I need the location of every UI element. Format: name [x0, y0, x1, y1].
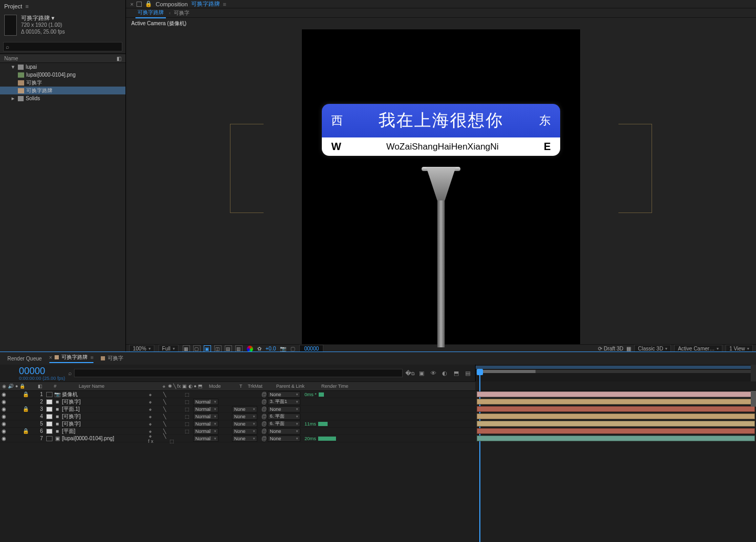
layer-switches[interactable]: 🜨 ╲ ⬚ [146, 407, 193, 412]
trkmat-select[interactable]: None▾ [232, 435, 257, 442]
col-parent[interactable]: Parent & Link [276, 384, 321, 389]
blend-mode-select[interactable]: Normal▾ [193, 428, 218, 434]
layer-duration-bar[interactable] [477, 428, 755, 434]
visibility-toggle[interactable]: ◉ [0, 435, 7, 441]
snapshot-icon[interactable]: 📷 [280, 346, 286, 352]
pickwhip-icon[interactable]: @ [260, 406, 268, 412]
timeline-search-input[interactable] [74, 369, 403, 377]
visibility-toggle[interactable]: ◉ [0, 421, 7, 427]
3d-ground-icon[interactable]: ▦ [626, 346, 631, 352]
item-comp1[interactable]: 可换字 [0, 79, 125, 87]
graph-editor-icon[interactable]: ▤ [464, 369, 472, 377]
work-area[interactable] [476, 366, 756, 369]
lock-icon[interactable]: 🔒 [145, 1, 152, 7]
visibility-toggle[interactable]: ◉ [0, 406, 7, 412]
layer-row[interactable]: ◉5■[可换字]🜨 ╲ ⬚Normal▾None▾@6. 平面▾11ms [0, 420, 475, 428]
current-time[interactable]: 00000 [19, 366, 65, 377]
layer-row[interactable]: ◉7▣[lupai[0000-0104].png]🜨 ╲ fx ⬚Normal▾… [0, 435, 475, 442]
layer-duration-bar[interactable] [477, 413, 755, 419]
tab-comp-sub[interactable]: 可换字 [101, 355, 123, 362]
layer-row[interactable]: ◉4■[可换字]🜨 ╲ ⬚Normal▾None▾@6. 平面▾ [0, 413, 475, 420]
tab-comp-main[interactable]: ×可换字路牌≡ [49, 354, 94, 363]
label-icon[interactable]: ◧ [117, 56, 121, 61]
trkmat-select[interactable]: None▾ [232, 428, 257, 434]
label-col-icon[interactable]: ◧ [38, 384, 50, 389]
item-sequence[interactable]: lupai[0000-0104].png [0, 71, 125, 79]
blend-mode-select[interactable]: Normal▾ [193, 421, 218, 427]
visibility-toggle[interactable]: ◉ [0, 428, 7, 434]
layer-duration-bar[interactable] [477, 421, 755, 427]
comp-mini-flowchart-icon[interactable]: �םּ [406, 369, 414, 377]
blend-mode-select[interactable]: Normal▾ [193, 413, 218, 420]
tab-comp-name[interactable]: 可换字路牌 [191, 0, 220, 8]
pickwhip-icon[interactable]: @ [260, 421, 268, 427]
solo-col-icon[interactable]: ● [15, 384, 18, 389]
layer-row[interactable]: ◉🔒1📷摄像机🜨 ╲ ⬚@None▾0ms * [0, 391, 475, 398]
show-snapshot-icon[interactable]: ▢ [290, 346, 295, 352]
layer-name[interactable]: [可换字] [62, 398, 146, 406]
layer-row[interactable]: ◉2■[可换字]🜨 ╲ ⬚Normal▾@3. 平面1▾ [0, 398, 475, 406]
blend-mode-select[interactable]: Normal▾ [193, 406, 218, 412]
project-search-input[interactable] [9, 42, 120, 51]
parent-select[interactable]: None▾ [268, 406, 300, 412]
folder-lupai[interactable]: ▾lupai [0, 63, 125, 71]
layer-name[interactable]: [lupai[0000-0104].png] [62, 435, 146, 441]
parent-select[interactable]: 6. 平面▾ [268, 421, 300, 427]
parent-select[interactable]: None▾ [268, 435, 300, 442]
exposure-reset-icon[interactable]: ✿ [257, 346, 261, 352]
layer-name[interactable]: [平面.1] [62, 406, 146, 413]
col-t[interactable]: T [239, 384, 248, 389]
time-ruler[interactable]: 000050001000015000200002500030 [476, 365, 756, 391]
lock-toggle[interactable]: 🔒 [22, 406, 29, 412]
parent-select[interactable]: None▾ [268, 391, 300, 398]
visibility-toggle[interactable]: ◉ [0, 391, 7, 397]
blend-mode-select[interactable]: Normal▾ [193, 399, 218, 405]
layer-name[interactable]: [可换字] [62, 420, 146, 428]
breadcrumb-active[interactable]: 可换字路牌 [135, 8, 166, 18]
layer-name[interactable]: [平面] [62, 428, 146, 435]
parent-select[interactable]: 6. 平面▾ [268, 413, 300, 420]
col-trkmat[interactable]: TrkMat [248, 384, 276, 389]
color-mgmt-icon[interactable] [247, 346, 253, 352]
trkmat-select[interactable]: None▾ [232, 421, 257, 427]
layer-row[interactable]: ◉🔒6■[平面]🜨 ╲ ⬚Normal▾None▾@None▾ [0, 428, 475, 435]
layer-duration-bar[interactable] [477, 435, 755, 441]
close-tab-icon[interactable]: × [130, 1, 133, 7]
layer-switches[interactable]: 🜨 ╲ ⬚ [146, 392, 193, 397]
col-mode[interactable]: Mode [209, 384, 239, 389]
layer-row[interactable]: ◉🔒3■[平面.1]🜨 ╲ ⬚Normal▾None▾@None▾ [0, 406, 475, 413]
layer-switches[interactable]: 🜨 ╲ fx ⬚ [146, 433, 193, 444]
project-search[interactable]: ⌕ [3, 42, 122, 51]
pickwhip-icon[interactable]: @ [260, 391, 268, 397]
layer-duration-bar[interactable] [477, 391, 755, 397]
audio-col-icon[interactable]: 🔊 [8, 384, 14, 389]
visibility-toggle[interactable]: ◉ [0, 399, 7, 405]
breadcrumb-next[interactable]: 可换字 [174, 9, 190, 17]
layer-switches[interactable]: 🜨 ╲ ⬚ [146, 414, 193, 419]
comp-viewer[interactable]: 西 我在上海很想你 东 W WoZaiShangHaiHenXiangNi E [126, 29, 756, 344]
motion-blur-icon[interactable]: ⬒ [452, 369, 460, 377]
pickwhip-icon[interactable]: @ [260, 435, 268, 441]
layer-duration-bar[interactable] [477, 399, 755, 405]
lock-col-icon[interactable]: 🔒 [19, 384, 25, 389]
dropdown-icon[interactable]: ▾ [51, 15, 55, 21]
blend-mode-select[interactable]: Normal▾ [193, 435, 218, 442]
tab-menu-icon[interactable]: ≡ [223, 1, 226, 7]
column-name[interactable]: Name [4, 56, 18, 61]
pickwhip-icon[interactable]: @ [260, 428, 268, 434]
layer-switches[interactable]: 🜨 ╲ ⬚ [146, 421, 193, 427]
lock-toggle[interactable]: 🔒 [22, 391, 29, 397]
tab-render-queue[interactable]: Render Queue [7, 356, 42, 362]
trkmat-select[interactable]: None▾ [232, 406, 257, 412]
layer-switches[interactable]: 🜨 ╲ ⬚ [146, 399, 193, 405]
panel-menu-icon[interactable]: ≡ [25, 3, 28, 9]
folder-solids[interactable]: ▸Solids [0, 94, 125, 102]
exposure-value[interactable]: +0.0 [266, 346, 276, 352]
draft-3d-toggle[interactable]: ⟳ Draft 3D [598, 346, 623, 352]
pickwhip-icon[interactable]: @ [260, 413, 268, 419]
layer-name[interactable]: [可换字] [62, 413, 146, 420]
parent-select[interactable]: 3. 平面1▾ [268, 399, 300, 405]
pickwhip-icon[interactable]: @ [260, 399, 268, 405]
layer-duration-bar[interactable] [477, 406, 755, 412]
col-layer-name[interactable]: Layer Name [78, 384, 162, 389]
